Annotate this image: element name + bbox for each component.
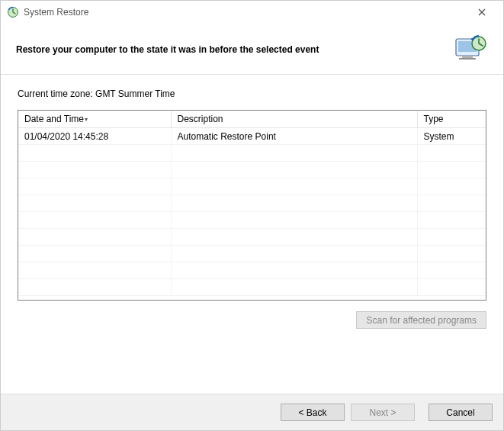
page-heading: Restore your computer to the state it wa… bbox=[16, 44, 451, 55]
svg-rect-3 bbox=[462, 56, 473, 58]
system-restore-icon bbox=[7, 6, 19, 18]
column-label: Description bbox=[178, 114, 223, 124]
cell-type: System bbox=[417, 128, 486, 145]
table-row[interactable] bbox=[18, 262, 486, 279]
column-label: Date and Time bbox=[24, 114, 84, 124]
restore-points-table[interactable]: Date and Time▾ Description Type 01/04/20… bbox=[18, 110, 486, 301]
window-title: System Restore bbox=[24, 7, 467, 18]
titlebar: System Restore bbox=[1, 1, 503, 24]
wizard-footer: < Back Next > Cancel bbox=[1, 394, 503, 430]
table-row[interactable] bbox=[18, 246, 486, 262]
table-row[interactable] bbox=[18, 179, 486, 195]
table-row[interactable] bbox=[18, 195, 486, 212]
content-area: Current time zone: GMT Summer Time Date … bbox=[1, 75, 503, 335]
restore-large-icon bbox=[451, 33, 488, 66]
wizard-header: Restore your computer to the state it wa… bbox=[1, 24, 503, 74]
column-header-description[interactable]: Description bbox=[171, 111, 417, 128]
column-header-datetime[interactable]: Date and Time▾ bbox=[18, 111, 171, 128]
scan-affected-programs-button[interactable]: Scan for affected programs bbox=[356, 311, 486, 329]
cancel-button[interactable]: Cancel bbox=[429, 404, 493, 421]
table-row[interactable] bbox=[18, 279, 486, 296]
table-row[interactable] bbox=[18, 145, 486, 162]
sort-descending-icon: ▾ bbox=[85, 116, 88, 123]
table-row[interactable] bbox=[18, 212, 486, 229]
back-button[interactable]: < Back bbox=[281, 404, 345, 421]
column-label: Type bbox=[424, 114, 444, 124]
table-row[interactable]: 01/04/2020 14:45:28 Automatic Restore Po… bbox=[18, 128, 486, 145]
close-button[interactable] bbox=[467, 2, 497, 23]
column-header-type[interactable]: Type bbox=[417, 111, 486, 128]
table-header-row: Date and Time▾ Description Type bbox=[18, 111, 486, 128]
next-button[interactable]: Next > bbox=[351, 404, 415, 421]
cell-description: Automatic Restore Point bbox=[171, 128, 417, 145]
table-row[interactable] bbox=[18, 162, 486, 179]
svg-rect-4 bbox=[459, 58, 476, 60]
table-row[interactable] bbox=[18, 229, 486, 246]
cell-datetime: 01/04/2020 14:45:28 bbox=[18, 128, 171, 145]
timezone-label: Current time zone: GMT Summer Time bbox=[18, 88, 486, 99]
